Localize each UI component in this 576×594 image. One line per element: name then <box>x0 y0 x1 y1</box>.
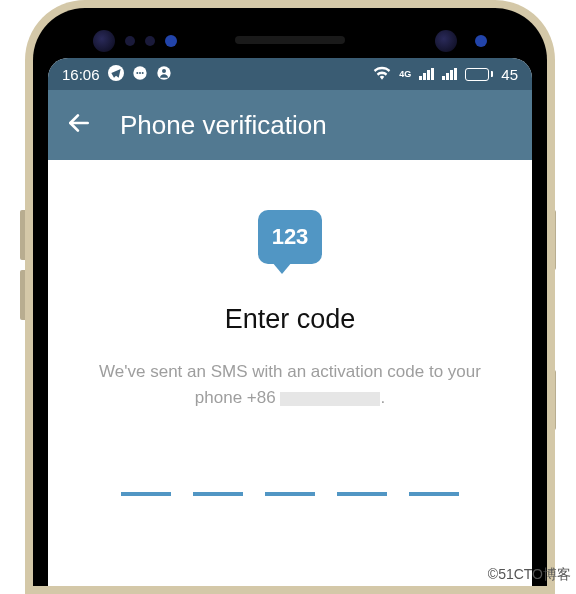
telegram-icon <box>108 65 124 83</box>
watermark: ©51CTO博客 <box>488 566 571 584</box>
phone-number-masked <box>280 392 380 406</box>
front-sensors-right <box>435 30 487 52</box>
sms-icon: 123 <box>258 210 322 264</box>
network-type: 4G <box>399 70 411 79</box>
svg-point-6 <box>162 69 166 73</box>
content-area: 123 Enter code We've sent an SMS with an… <box>48 160 532 586</box>
earpiece-speaker <box>235 36 345 44</box>
phone-frame: 16:06 4G <box>25 0 555 594</box>
code-digit-3[interactable] <box>265 492 315 496</box>
app-bar: Phone verification <box>48 90 532 160</box>
front-sensors-left <box>93 30 177 52</box>
svg-point-3 <box>139 72 141 74</box>
status-bar: 16:06 4G <box>48 58 532 90</box>
code-digit-1[interactable] <box>121 492 171 496</box>
messages-icon <box>132 65 148 83</box>
description-text: We've sent an SMS with an activation cod… <box>88 359 492 412</box>
account-icon <box>156 65 172 83</box>
svg-point-2 <box>136 72 138 74</box>
code-digit-2[interactable] <box>193 492 243 496</box>
status-time: 16:06 <box>62 66 100 83</box>
code-input-group <box>121 492 459 496</box>
sms-badge-text: 123 <box>272 224 309 250</box>
wifi-icon <box>373 66 391 82</box>
code-digit-5[interactable] <box>409 492 459 496</box>
signal-icon-2 <box>442 68 457 80</box>
enter-code-heading: Enter code <box>225 304 356 335</box>
battery-percent: 45 <box>501 66 518 83</box>
screen: 16:06 4G <box>48 58 532 586</box>
back-button[interactable] <box>66 110 92 141</box>
page-title: Phone verification <box>120 110 327 141</box>
phone-bezel: 16:06 4G <box>33 8 547 586</box>
svg-point-4 <box>141 72 143 74</box>
code-digit-4[interactable] <box>337 492 387 496</box>
signal-icon-1 <box>419 68 434 80</box>
battery-icon <box>465 68 493 81</box>
